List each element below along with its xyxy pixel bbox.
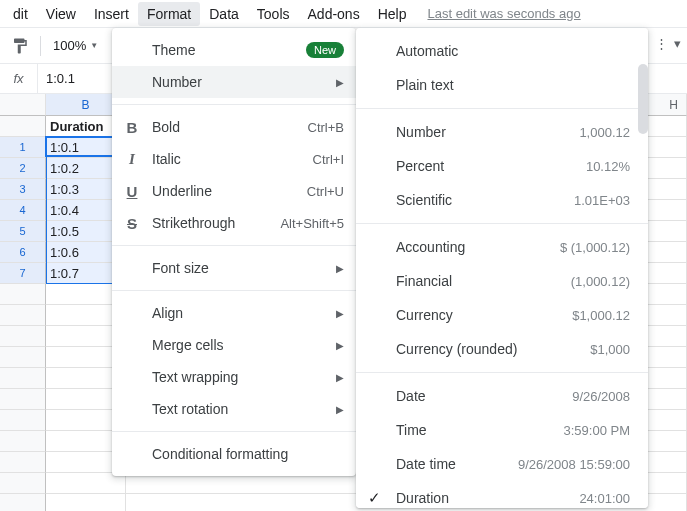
row-header[interactable]: 5 bbox=[0, 221, 46, 242]
row-header[interactable] bbox=[0, 452, 46, 473]
menu-edit[interactable]: dit bbox=[4, 2, 37, 26]
number-option-financial[interactable]: Financial (1,000.12) bbox=[356, 264, 648, 298]
number-option-plain-text[interactable]: Plain text bbox=[356, 68, 648, 102]
number-option-scientific[interactable]: Scientific 1.01E+03 bbox=[356, 183, 648, 217]
row-header[interactable]: 7 bbox=[0, 263, 46, 284]
option-label: Date time bbox=[396, 456, 518, 472]
menu-data[interactable]: Data bbox=[200, 2, 248, 26]
option-example: $1,000 bbox=[590, 342, 630, 357]
chevron-right-icon: ▶ bbox=[336, 404, 344, 415]
row-header[interactable] bbox=[0, 347, 46, 368]
menu-insert[interactable]: Insert bbox=[85, 2, 138, 26]
chevron-down-icon[interactable]: ▾ bbox=[674, 36, 681, 51]
option-label: Time bbox=[396, 422, 564, 438]
menu-help[interactable]: Help bbox=[369, 2, 416, 26]
option-label: Number bbox=[396, 124, 579, 140]
toolbar-more-icon[interactable]: ⋮ bbox=[655, 36, 668, 51]
number-option-date-time[interactable]: Date time 9/26/2008 15:59:00 bbox=[356, 447, 648, 481]
italic-icon: I bbox=[122, 151, 142, 168]
option-example: 24:01:00 bbox=[579, 491, 630, 506]
menu-separator bbox=[356, 223, 648, 224]
menu-item-label: Bold bbox=[152, 119, 308, 135]
menu-item-label: Strikethrough bbox=[152, 215, 280, 231]
menu-item-label: Align bbox=[152, 305, 336, 321]
menu-view[interactable]: View bbox=[37, 2, 85, 26]
scrollbar-thumb[interactable] bbox=[638, 64, 648, 134]
toolbar-separator bbox=[40, 36, 41, 56]
menu-merge-cells[interactable]: Merge cells ▶ bbox=[112, 329, 356, 361]
number-option-duration[interactable]: ✓ Duration 24:01:00 bbox=[356, 481, 648, 508]
last-edit-link[interactable]: Last edit was seconds ago bbox=[427, 6, 580, 21]
menu-item-label: Merge cells bbox=[152, 337, 336, 353]
menu-underline[interactable]: U Underline Ctrl+U bbox=[112, 175, 356, 207]
menu-bold[interactable]: B Bold Ctrl+B bbox=[112, 111, 356, 143]
select-all-corner[interactable] bbox=[0, 94, 46, 116]
row-header[interactable] bbox=[0, 473, 46, 494]
menu-item-label: Number bbox=[152, 74, 336, 90]
chevron-right-icon: ▶ bbox=[336, 372, 344, 383]
paint-format-icon[interactable] bbox=[8, 34, 32, 58]
option-label: Scientific bbox=[396, 192, 574, 208]
number-option-time[interactable]: Time 3:59:00 PM bbox=[356, 413, 648, 447]
chevron-right-icon: ▶ bbox=[336, 77, 344, 88]
row-header[interactable]: 3 bbox=[0, 179, 46, 200]
menu-separator bbox=[112, 431, 356, 432]
menu-font-size[interactable]: Font size ▶ bbox=[112, 252, 356, 284]
menu-item-label: Theme bbox=[152, 42, 306, 58]
shortcut-label: Ctrl+I bbox=[313, 152, 344, 167]
number-option-automatic[interactable]: Automatic bbox=[356, 34, 648, 68]
row-header[interactable]: 6 bbox=[0, 242, 46, 263]
cell[interactable] bbox=[46, 473, 126, 494]
number-option-number[interactable]: Number 1,000.12 bbox=[356, 115, 648, 149]
number-option-currency[interactable]: Currency $1,000.12 bbox=[356, 298, 648, 332]
option-label: Accounting bbox=[396, 239, 560, 255]
menu-text-rotation[interactable]: Text rotation ▶ bbox=[112, 393, 356, 425]
row-header[interactable]: 2 bbox=[0, 158, 46, 179]
row-header[interactable] bbox=[0, 431, 46, 452]
menu-separator bbox=[356, 108, 648, 109]
menu-item-label: Text wrapping bbox=[152, 369, 336, 385]
row-header[interactable]: 4 bbox=[0, 200, 46, 221]
option-example: (1,000.12) bbox=[571, 274, 630, 289]
menu-separator bbox=[356, 372, 648, 373]
row-header[interactable] bbox=[0, 116, 46, 137]
row-header[interactable] bbox=[0, 305, 46, 326]
menu-item-label: Italic bbox=[152, 151, 313, 167]
zoom-select[interactable]: 100% ▼ bbox=[49, 36, 102, 55]
menubar: dit View Insert Format Data Tools Add-on… bbox=[0, 0, 687, 28]
option-example: 1.01E+03 bbox=[574, 193, 630, 208]
cell[interactable] bbox=[46, 494, 126, 511]
menu-addons[interactable]: Add-ons bbox=[299, 2, 369, 26]
menu-number[interactable]: Number ▶ bbox=[112, 66, 356, 98]
menu-align[interactable]: Align ▶ bbox=[112, 297, 356, 329]
menu-italic[interactable]: I Italic Ctrl+I bbox=[112, 143, 356, 175]
menu-item-label: Text rotation bbox=[152, 401, 336, 417]
number-option-accounting[interactable]: Accounting $ (1,000.12) bbox=[356, 230, 648, 264]
menu-format[interactable]: Format bbox=[138, 2, 200, 26]
row-header[interactable]: 1 bbox=[0, 137, 46, 158]
number-option-currency-rounded[interactable]: Currency (rounded) $1,000 bbox=[356, 332, 648, 366]
number-option-percent[interactable]: Percent 10.12% bbox=[356, 149, 648, 183]
row-header[interactable] bbox=[0, 326, 46, 347]
row-header[interactable] bbox=[0, 389, 46, 410]
menu-text-wrapping[interactable]: Text wrapping ▶ bbox=[112, 361, 356, 393]
option-label: Automatic bbox=[396, 43, 630, 59]
row-header[interactable] bbox=[0, 410, 46, 431]
option-label: Percent bbox=[396, 158, 586, 174]
option-label: Duration bbox=[396, 490, 579, 506]
row-header[interactable] bbox=[0, 494, 46, 511]
menu-item-label: Font size bbox=[152, 260, 336, 276]
option-example: 1,000.12 bbox=[579, 125, 630, 140]
menu-tools[interactable]: Tools bbox=[248, 2, 299, 26]
menu-strikethrough[interactable]: S Strikethrough Alt+Shift+5 bbox=[112, 207, 356, 239]
option-label: Financial bbox=[396, 273, 571, 289]
chevron-right-icon: ▶ bbox=[336, 263, 344, 274]
menu-conditional-formatting[interactable]: Conditional formatting bbox=[112, 438, 356, 470]
menu-theme[interactable]: Theme New bbox=[112, 34, 356, 66]
menu-separator bbox=[112, 245, 356, 246]
row-header[interactable] bbox=[0, 284, 46, 305]
option-label: Currency bbox=[396, 307, 572, 323]
bold-icon: B bbox=[122, 119, 142, 136]
row-header[interactable] bbox=[0, 368, 46, 389]
number-option-date[interactable]: Date 9/26/2008 bbox=[356, 379, 648, 413]
